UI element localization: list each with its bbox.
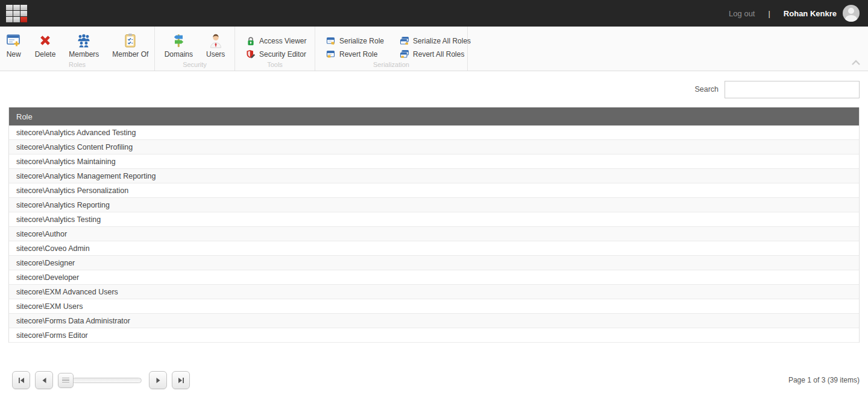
table-row[interactable]: sitecore\Forms Data Administrator: [9, 314, 859, 328]
button-label: Delete: [35, 50, 56, 59]
search-bar: Search: [0, 80, 860, 98]
button-label: Member Of: [112, 50, 148, 59]
next-page-button[interactable]: [149, 371, 167, 389]
last-page-button[interactable]: [172, 371, 190, 389]
next-page-icon: [155, 377, 162, 384]
revert-all-roles-button[interactable]: Revert All Roles: [400, 49, 471, 59]
serialize-role-button[interactable]: Serialize Role: [326, 36, 384, 46]
search-label: Search: [694, 85, 719, 94]
button-label: Serialize Role: [339, 37, 384, 45]
page-slider: [58, 373, 142, 388]
role-table-body: sitecore\Analytics Advanced Testingsitec…: [9, 125, 859, 343]
ribbon-group-label: Security: [155, 61, 234, 68]
user-person-icon: [208, 33, 224, 48]
button-label: Access Viewer: [259, 37, 306, 45]
button-label: Domains: [165, 50, 193, 59]
button-label: Revert Role: [339, 50, 377, 59]
table-row[interactable]: sitecore\Coveo Admin: [9, 241, 859, 256]
delete-x-icon: [37, 33, 53, 48]
revert-window-icon: [326, 49, 336, 59]
new-window-icon: [6, 33, 22, 48]
button-label: New: [7, 50, 21, 59]
table-row[interactable]: sitecore\Analytics Advanced Testing: [9, 125, 859, 140]
ribbon-group-roles: New Delete Members: [0, 27, 155, 71]
pager-status: Page 1 of 3 (39 items): [788, 376, 860, 384]
member-of-button[interactable]: Member Of: [105, 33, 155, 59]
table-row[interactable]: sitecore\Analytics Reporting: [9, 198, 859, 212]
page-slider-thumb[interactable]: [58, 373, 74, 388]
revert-role-button[interactable]: Revert Role: [326, 49, 384, 59]
user-avatar[interactable]: [843, 5, 860, 22]
access-viewer-button[interactable]: Access Viewer: [246, 36, 306, 46]
ribbon-group-serialization: Serialize Role Revert Role: [315, 27, 468, 71]
table-row[interactable]: sitecore\Analytics Personalization: [9, 183, 859, 198]
ribbon-group-label: Tools: [235, 61, 315, 68]
ribbon-collapse-chevron-icon[interactable]: [851, 57, 861, 68]
sitecore-logo-icon[interactable]: [6, 5, 27, 22]
security-editor-button[interactable]: Security Editor: [246, 49, 306, 59]
table-row[interactable]: sitecore\Analytics Content Profiling: [9, 140, 859, 154]
lock-icon: [246, 36, 256, 46]
revert-all-windows-icon: [400, 49, 409, 59]
page-slider-track[interactable]: [72, 378, 142, 383]
shield-pencil-icon: [246, 49, 256, 59]
button-label: Serialize All Roles: [413, 37, 471, 45]
search-input[interactable]: [725, 81, 860, 98]
members-group-icon: [76, 33, 92, 48]
table-row[interactable]: sitecore\Analytics Testing: [9, 212, 859, 227]
new-role-button[interactable]: New: [0, 33, 28, 59]
first-page-icon: [18, 377, 25, 384]
ribbon-group-tools: Access Viewer Security Editor Tools: [235, 27, 315, 71]
serialize-all-windows-icon: [400, 36, 409, 46]
table-row[interactable]: sitecore\Analytics Management Reporting: [9, 169, 859, 183]
topbar-separator: |: [768, 9, 770, 18]
topbar: Log out | Rohan Kenkre: [0, 0, 868, 27]
clipboard-check-icon: [122, 33, 138, 48]
ribbon-group-label: Roles: [0, 61, 154, 68]
user-name[interactable]: Rohan Kenkre: [784, 9, 837, 18]
members-button[interactable]: Members: [62, 33, 105, 59]
table-row[interactable]: sitecore\Author: [9, 227, 859, 241]
users-button[interactable]: Users: [200, 33, 231, 59]
table-row[interactable]: sitecore\EXM Users: [9, 299, 859, 314]
button-label: Security Editor: [259, 50, 306, 59]
role-column-header: Role: [9, 107, 859, 125]
last-page-icon: [178, 377, 184, 384]
table-row[interactable]: sitecore\EXM Advanced Users: [9, 285, 859, 299]
button-label: Users: [206, 50, 225, 59]
pager: Page 1 of 3 (39 items): [12, 370, 860, 390]
button-label: Members: [69, 50, 99, 59]
serialize-all-roles-button[interactable]: Serialize All Roles: [400, 36, 471, 46]
role-table: Role sitecore\Analytics Advanced Testing…: [8, 107, 860, 343]
serialize-window-icon: [326, 36, 336, 46]
ribbon-group-label: Serialization: [315, 61, 467, 68]
ribbon-group-security: Domains Users Security: [155, 27, 235, 71]
previous-page-icon: [41, 377, 48, 384]
table-row[interactable]: sitecore\Developer: [9, 270, 859, 285]
logout-link[interactable]: Log out: [729, 9, 755, 18]
signpost-icon: [171, 33, 186, 48]
button-label: Revert All Roles: [413, 50, 464, 59]
ribbon-toolbar: New Delete Members: [0, 27, 868, 71]
table-row[interactable]: sitecore\Forms Editor: [9, 328, 859, 343]
table-row[interactable]: sitecore\Analytics Maintaining: [9, 154, 859, 169]
delete-role-button[interactable]: Delete: [28, 33, 63, 59]
first-page-button[interactable]: [12, 371, 30, 389]
topbar-user-area: Log out | Rohan Kenkre: [729, 5, 860, 22]
table-row[interactable]: sitecore\Designer: [9, 256, 859, 270]
domains-button[interactable]: Domains: [158, 33, 200, 59]
previous-page-button[interactable]: [35, 371, 53, 389]
